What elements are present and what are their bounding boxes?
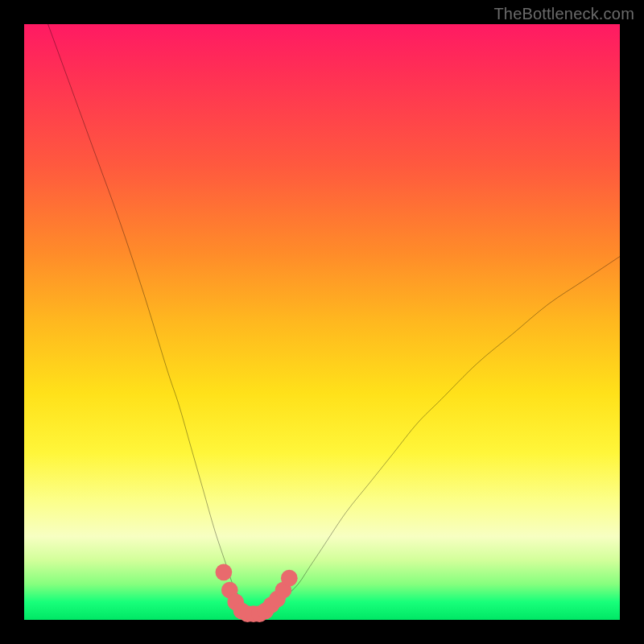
trough-marker-group <box>216 564 298 622</box>
chart-plot-area <box>24 24 620 620</box>
bottleneck-curve <box>48 24 620 614</box>
chart-svg <box>24 24 620 620</box>
trough-marker <box>216 564 233 580</box>
watermark-text: TheBottleneck.com <box>493 5 634 23</box>
chart-stage: TheBottleneck.com <box>0 0 644 644</box>
trough-marker <box>281 570 298 587</box>
